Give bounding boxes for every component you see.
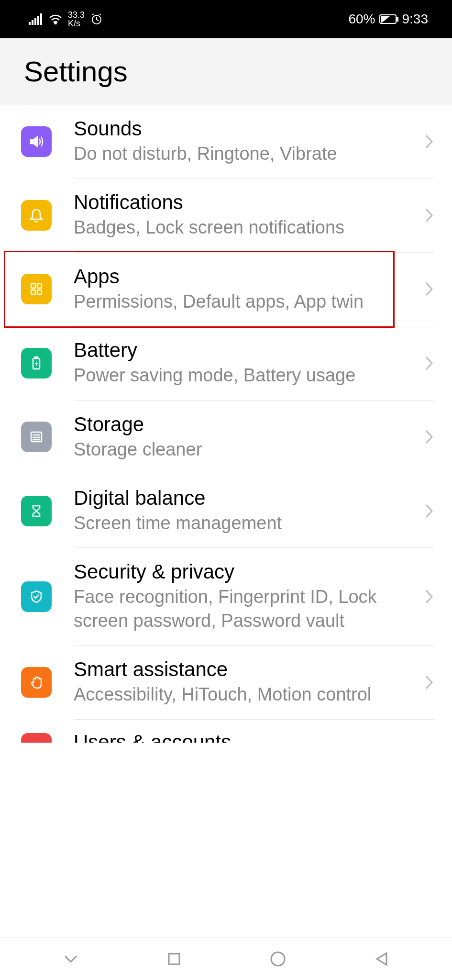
- item-title: Battery: [74, 339, 415, 362]
- svg-rect-1: [32, 20, 33, 25]
- page-title: Settings: [24, 55, 428, 88]
- item-subtitle: Do not disturb, Ringtone, Vibrate: [74, 142, 415, 166]
- chevron-right-icon: [424, 503, 434, 519]
- navigation-bar: [0, 937, 452, 980]
- svg-rect-8: [397, 17, 398, 21]
- settings-item-smart-assistance[interactable]: Smart assistance Accessibility, HiTouch,…: [0, 646, 452, 719]
- header: Settings: [0, 38, 452, 105]
- svg-rect-19: [169, 954, 179, 964]
- storage-icon: [21, 422, 52, 452]
- svg-rect-12: [37, 290, 42, 294]
- settings-item-digital-balance[interactable]: Digital balance Screen time management: [0, 474, 452, 547]
- svg-rect-3: [37, 16, 39, 25]
- battery-percent: 60%: [348, 11, 375, 27]
- item-subtitle: Screen time management: [74, 512, 415, 535]
- item-subtitle: Face recognition, Fingerprint ID, Lock s…: [74, 585, 415, 633]
- shield-icon: [21, 581, 52, 612]
- settings-item-sounds[interactable]: Sounds Do not disturb, Ringtone, Vibrate: [0, 105, 452, 178]
- chevron-right-icon: [424, 674, 434, 690]
- hourglass-icon: [21, 496, 52, 526]
- item-title: Security & privacy: [74, 560, 415, 583]
- item-subtitle: Accessibility, HiTouch, Motion control: [74, 683, 415, 706]
- chevron-right-icon: [424, 355, 434, 371]
- item-subtitle: Badges, Lock screen notifications: [74, 216, 415, 239]
- svg-rect-11: [31, 290, 35, 294]
- network-speed: 33.3 K/s: [68, 11, 85, 28]
- time: 9:33: [402, 11, 429, 27]
- battery-icon: [379, 14, 398, 24]
- item-title: Apps: [74, 265, 415, 288]
- wifi-icon: [49, 14, 62, 24]
- users-icon: [21, 733, 52, 743]
- svg-rect-4: [40, 13, 42, 25]
- sound-icon: [21, 126, 52, 157]
- svg-point-5: [55, 23, 56, 24]
- item-title: Sounds: [74, 117, 415, 140]
- chevron-right-icon: [424, 134, 434, 150]
- svg-rect-10: [37, 284, 42, 288]
- item-subtitle: Storage cleaner: [74, 438, 415, 461]
- battery-icon: [21, 348, 52, 379]
- item-title: Digital balance: [74, 487, 415, 510]
- alarm-icon: [90, 13, 103, 25]
- signal-icon: [29, 13, 43, 25]
- settings-item-security[interactable]: Security & privacy Face recognition, Fin…: [0, 548, 452, 645]
- settings-list: Sounds Do not disturb, Ringtone, Vibrate…: [0, 105, 452, 743]
- status-right: 60% 9:33: [348, 11, 428, 27]
- chevron-right-icon: [424, 589, 434, 605]
- apps-icon: [21, 274, 52, 304]
- settings-item-apps[interactable]: Apps Permissions, Default apps, App twin: [0, 253, 452, 326]
- item-subtitle: Permissions, Default apps, App twin: [74, 290, 415, 313]
- nav-dropdown-button[interactable]: [61, 949, 80, 969]
- svg-rect-9: [31, 284, 35, 288]
- svg-rect-14: [35, 357, 38, 358]
- settings-item-battery[interactable]: Battery Power saving mode, Battery usage: [0, 326, 452, 400]
- item-subtitle: Power saving mode, Battery usage: [74, 364, 415, 387]
- chevron-right-icon: [424, 207, 434, 223]
- item-title: Users & accounts: [74, 732, 231, 743]
- bell-icon: [21, 200, 52, 231]
- settings-item-storage[interactable]: Storage Storage cleaner: [0, 401, 452, 474]
- nav-home-button[interactable]: [268, 949, 287, 969]
- status-bar: 33.3 K/s 60% 9:33: [0, 0, 452, 38]
- chevron-right-icon: [424, 281, 434, 297]
- item-title: Notifications: [74, 191, 415, 214]
- item-title: Storage: [74, 413, 415, 436]
- settings-item-users-accounts[interactable]: Users & accounts: [0, 720, 452, 743]
- settings-item-notifications[interactable]: Notifications Badges, Lock screen notifi…: [0, 178, 452, 252]
- svg-rect-0: [29, 22, 31, 25]
- svg-rect-2: [34, 18, 36, 25]
- nav-back-button[interactable]: [372, 949, 391, 969]
- nav-recent-button[interactable]: [165, 949, 184, 969]
- hand-icon: [21, 667, 52, 698]
- chevron-right-icon: [424, 429, 434, 445]
- item-title: Smart assistance: [74, 658, 415, 681]
- status-left: 33.3 K/s: [29, 11, 103, 28]
- svg-point-20: [271, 952, 285, 966]
